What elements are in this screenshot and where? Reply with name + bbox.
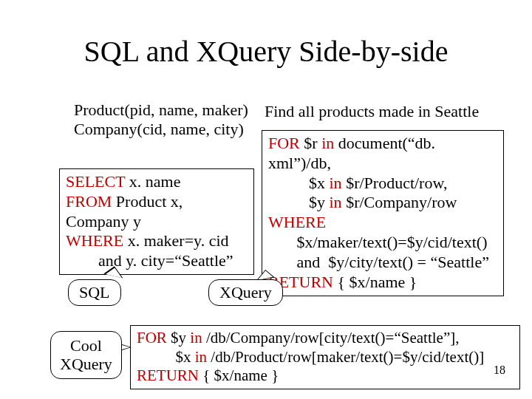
sql-code-box: SELECT x. name FROM Product x, Company y… xyxy=(59,168,254,275)
kw-for: FOR xyxy=(268,134,300,152)
label-sql: SQL xyxy=(68,279,121,306)
xquery-code-box: FOR $r in document(“db. xml”)/db, $x in … xyxy=(262,130,504,296)
label-cool-xquery: Cool XQuery xyxy=(50,331,122,379)
slide-title: SQL and XQuery Side-by-side xyxy=(0,34,532,69)
schema-line-2: Company(cid, name, city) xyxy=(74,120,248,139)
label-xquery: XQuery xyxy=(208,279,283,306)
schema-block: Product(pid, name, maker) Company(cid, n… xyxy=(74,100,248,140)
page-number: 18 xyxy=(494,364,505,377)
kw-where: WHERE xyxy=(66,231,123,250)
kw-from: FROM xyxy=(66,192,112,211)
schema-line-1: Product(pid, name, maker) xyxy=(74,100,248,120)
kw-select: SELECT xyxy=(66,172,125,191)
kw-where-xq: WHERE xyxy=(268,213,326,231)
task-text: Find all products made in Seattle xyxy=(265,102,479,121)
cool-xquery-code-box: FOR $y in /db/Company/row[city/text()=“S… xyxy=(130,325,520,389)
